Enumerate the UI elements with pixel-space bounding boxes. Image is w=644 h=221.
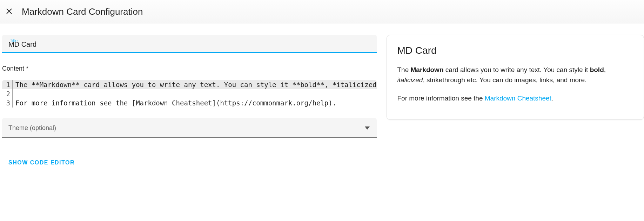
- italic-text: italicized: [397, 76, 423, 84]
- code-line-text[interactable]: The **Markdown** card allows you to writ…: [13, 80, 377, 89]
- dialog-header: Markdown Card Configuration: [0, 0, 644, 24]
- text: For more information see the: [397, 95, 485, 102]
- line-number: 1: [2, 80, 13, 89]
- code-line-text[interactable]: [13, 89, 377, 98]
- title-input[interactable]: [8, 40, 370, 48]
- code-line[interactable]: 2: [2, 89, 377, 98]
- preview-body: The Markdown card allows you to write an…: [397, 65, 633, 103]
- close-button[interactable]: [4, 7, 14, 17]
- content-editor[interactable]: 1 The **Markdown** card allows you to wr…: [2, 80, 377, 108]
- bold-text: Markdown: [411, 66, 444, 73]
- title-field-label: Title: [10, 38, 18, 43]
- preview-paragraph: For more information see the Markdown Ch…: [397, 93, 633, 103]
- text: card allows you to write any text. You c…: [444, 66, 590, 73]
- preview-paragraph: The Markdown card allows you to write an…: [397, 65, 633, 85]
- close-icon: [5, 7, 13, 17]
- line-number: 2: [2, 89, 13, 98]
- preview-title: MD Card: [397, 45, 633, 56]
- chevron-down-icon: [365, 125, 370, 131]
- show-code-editor-button[interactable]: Show Code Editor: [8, 160, 377, 166]
- code-line[interactable]: 3 For more information see the [Markdown…: [2, 98, 377, 108]
- bold-text: bold: [590, 66, 604, 73]
- markdown-cheatsheet-link[interactable]: Markdown Cheatsheet: [485, 95, 551, 102]
- theme-select[interactable]: Theme (optional): [2, 118, 377, 138]
- content-label: Content *: [2, 65, 377, 72]
- code-line[interactable]: 1 The **Markdown** card allows you to wr…: [2, 80, 377, 89]
- theme-placeholder: Theme (optional): [8, 124, 56, 132]
- strike-text: strikethrough: [427, 76, 465, 84]
- text: etc. You can do images, links, and more.: [465, 76, 586, 84]
- dialog-title: Markdown Card Configuration: [22, 6, 143, 17]
- code-line-text[interactable]: For more information see the [Markdown C…: [13, 98, 377, 108]
- line-number: 3: [2, 98, 13, 108]
- text: ,: [423, 76, 427, 84]
- text: ,: [604, 66, 606, 73]
- title-field[interactable]: Title: [2, 35, 377, 53]
- text: .: [551, 95, 553, 102]
- svg-marker-2: [365, 126, 370, 130]
- preview-card: MD Card The Markdown card allows you to …: [387, 35, 644, 120]
- text: The: [397, 66, 411, 73]
